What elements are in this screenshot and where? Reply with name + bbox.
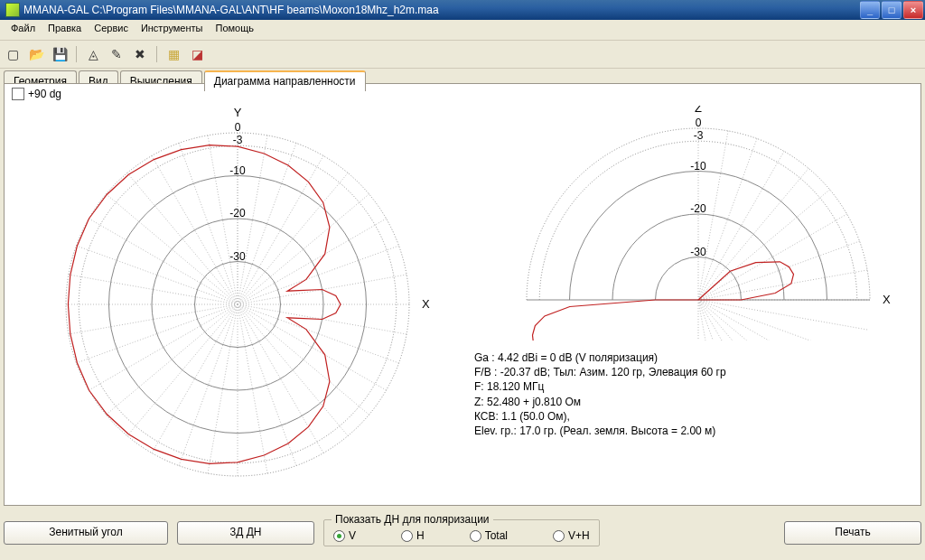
svg-text:-10: -10 <box>690 160 706 173</box>
svg-text:-3: -3 <box>233 134 243 146</box>
result-ga: Ga : 4.42 dBi = 0 dB (V поляризация) <box>474 350 726 365</box>
pencil-icon[interactable]: ✎ <box>107 45 126 63</box>
compass-icon[interactable]: ◬ <box>84 45 102 63</box>
svg-text:-30: -30 <box>229 250 246 263</box>
print-button[interactable]: Печать <box>784 521 921 545</box>
svg-line-64 <box>698 300 784 341</box>
result-elev: Elev. гр.: 17.0 гр. (Реал. земля. Высота… <box>474 424 726 438</box>
window-title: MMANA-GAL C:\Program Files\MMANA-GAL\ANT… <box>23 4 860 16</box>
menu-help[interactable]: Помощь <box>210 22 259 38</box>
plus90-checkbox[interactable] <box>12 88 24 100</box>
bottom-bar: Зенитный угол 3Д ДН Показать ДН для поля… <box>4 509 921 556</box>
svg-text:X: X <box>883 293 891 306</box>
polarization-title: Показать ДН для поляризации <box>332 513 493 526</box>
window-buttons: _ □ × <box>860 1 923 19</box>
maximize-button[interactable]: □ <box>882 1 902 19</box>
radio-h[interactable]: H <box>401 529 425 542</box>
svg-text:-30: -30 <box>690 246 706 258</box>
menu-edit[interactable]: Правка <box>42 22 87 38</box>
svg-text:-20: -20 <box>229 207 246 219</box>
result-z: Z: 52.480 + j0.810 Ом <box>474 395 726 409</box>
view3d-button[interactable]: 3Д ДН <box>177 521 314 545</box>
chart-area: 0-3-10-20-30YX 0-3-10-20-30ZX <box>12 106 913 498</box>
svg-line-60 <box>698 300 860 341</box>
elevation-chart: 0-3-10-20-30ZX <box>463 106 906 341</box>
svg-line-61 <box>698 300 847 341</box>
svg-line-63 <box>698 300 808 341</box>
calc-icon[interactable]: ▦ <box>164 45 182 63</box>
svg-text:0: 0 <box>696 117 702 129</box>
svg-line-66 <box>698 300 728 341</box>
radio-total-label: Total <box>485 529 508 542</box>
svg-line-65 <box>698 300 757 341</box>
menu-file[interactable]: Файл <box>5 22 41 38</box>
menu-service[interactable]: Сервис <box>89 22 134 38</box>
svg-text:X: X <box>422 297 430 311</box>
menu-bar: Файл Правка Сервис Инструменты Помощь <box>0 20 925 41</box>
radio-h-label: H <box>416 529 425 542</box>
app-icon <box>5 3 20 17</box>
svg-text:0: 0 <box>235 121 241 134</box>
open-file-icon[interactable]: 📂 <box>27 45 45 63</box>
radio-total[interactable]: Total <box>470 529 508 542</box>
radio-vh-label: V+H <box>568 529 590 542</box>
result-f: F: 18.120 МГц <box>474 379 726 394</box>
save-file-icon[interactable]: 💾 <box>51 45 69 63</box>
svg-text:Y: Y <box>234 106 242 119</box>
plus90-label: +90 dg <box>28 88 61 100</box>
radio-vh[interactable]: V+H <box>553 529 590 542</box>
app-window: MMANA-GAL C:\Program Files\MMANA-GAL\ANT… <box>0 0 925 560</box>
menu-tools[interactable]: Инструменты <box>135 22 209 38</box>
tab-diagram[interactable]: Диаграмма направленности <box>204 70 366 91</box>
svg-text:Z: Z <box>695 106 702 115</box>
svg-line-59 <box>698 300 867 330</box>
svg-text:-20: -20 <box>690 202 706 215</box>
chart-icon[interactable]: ◪ <box>188 45 206 63</box>
tools-icon[interactable]: ✖ <box>131 45 149 63</box>
zenith-button[interactable]: Зенитный угол <box>4 521 168 545</box>
results-block: Ga : 4.42 dBi = 0 dB (V поляризация) F/B… <box>474 350 726 438</box>
result-swr: КСВ: 1.1 (50.0 Ом), <box>474 409 726 424</box>
plus90-row: +90 dg <box>12 88 61 100</box>
toolbar-separator <box>76 46 77 62</box>
radio-v[interactable]: V <box>333 529 356 542</box>
svg-line-62 <box>698 300 830 341</box>
close-button[interactable]: × <box>903 1 923 19</box>
radio-v-label: V <box>349 529 356 542</box>
polarization-group: Показать ДН для поляризации V H Total V+… <box>323 519 600 546</box>
diagram-panel: +90 dg 0-3-10-20-30YX 0-3-10-20-30ZX Ga … <box>4 83 921 506</box>
toolbar: ▢ 📂 💾 ◬ ✎ ✖ ▦ ◪ <box>0 41 925 69</box>
svg-text:-3: -3 <box>694 129 704 142</box>
azimuth-chart: 0-3-10-20-30YX <box>12 106 463 494</box>
new-file-icon[interactable]: ▢ <box>4 45 22 63</box>
minimize-button[interactable]: _ <box>860 1 880 19</box>
toolbar-separator <box>156 46 157 62</box>
svg-text:-10: -10 <box>229 164 246 177</box>
title-bar: MMANA-GAL C:\Program Files\MMANA-GAL\ANT… <box>0 0 925 20</box>
result-fb: F/B : -20.37 dB; Тыл: Азим. 120 гр, Элев… <box>474 365 726 379</box>
